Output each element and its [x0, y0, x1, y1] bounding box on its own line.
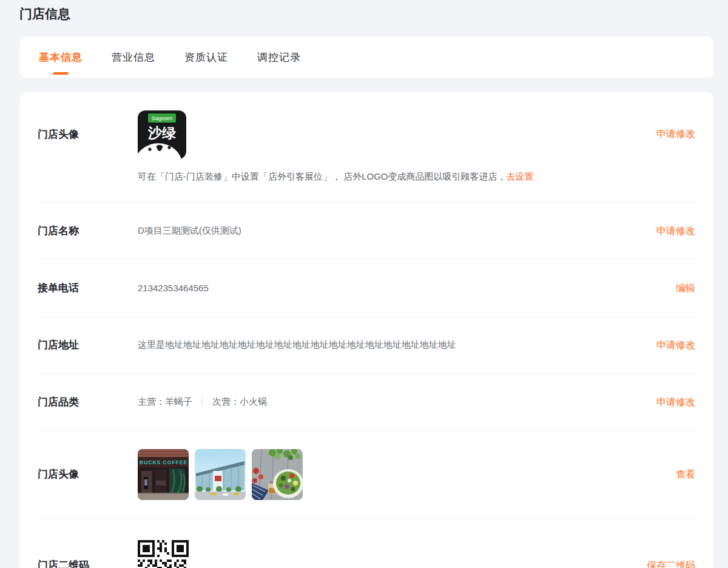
logo-brand-zh: 沙绿: [147, 125, 176, 141]
phone-edit-link[interactable]: 编辑: [676, 282, 695, 295]
basic-info-card: 门店头像 Sagreen 沙绿: [19, 92, 713, 568]
address-apply-modify-link[interactable]: 申请修改: [656, 339, 695, 352]
store-category-value: 主营：羊蝎子次营：小火锅: [138, 396, 642, 408]
shopping-mall-photo[interactable]: [195, 449, 246, 500]
store-logo-image: Sagreen 沙绿: [138, 110, 186, 159]
store-name-row: 门店名称 D项目三期测试(仅供测试) 申请修改: [38, 202, 695, 259]
tab-basic-info[interactable]: 基本信息: [39, 36, 83, 78]
store-qr-code-image: [138, 540, 189, 568]
secondary-category: 次营：小火锅: [212, 396, 267, 407]
category-apply-modify-link[interactable]: 申请修改: [656, 396, 695, 409]
store-address-label: 门店地址: [38, 338, 138, 353]
save-qrcode-link[interactable]: 保存二维码: [647, 559, 695, 568]
category-separator: [202, 397, 203, 406]
logo-brand-en: Sagreen: [152, 115, 172, 121]
tab-qualification[interactable]: 资质认证: [184, 36, 228, 78]
name-apply-modify-link[interactable]: 申请修改: [656, 225, 695, 238]
store-avatar-label: 门店头像: [38, 127, 138, 142]
store-qrcode-row: 门店二维码 保存二维码: [38, 518, 695, 568]
tab-regulation-log[interactable]: 调控记录: [257, 36, 301, 78]
avatar-apply-modify-link[interactable]: 申请修改: [656, 127, 695, 141]
store-photos-row: 门店头像 BUCKS COFFEE: [38, 430, 695, 518]
store-qrcode-label: 门店二维码: [38, 558, 138, 568]
order-phone-label: 接单电话: [38, 281, 138, 296]
primary-category: 主营：羊蝎子: [138, 396, 192, 407]
store-avatar-row: 门店头像 Sagreen 沙绿: [38, 92, 695, 202]
order-phone-value: 21342353464565: [138, 283, 661, 293]
page-title: 门店信息: [19, 5, 728, 22]
avatar-hint-text: 可在「门店-门店装修」中设置「店外引客展位」， 店外LOGO变成商品图以吸引顾客…: [138, 171, 507, 181]
salad-dish-photo[interactable]: [252, 449, 303, 500]
store-category-row: 门店品类 主营：羊蝎子次营：小火锅 申请修改: [38, 373, 695, 430]
starbucks-storefront-photo[interactable]: BUCKS COFFEE: [138, 449, 189, 500]
store-category-label: 门店品类: [38, 395, 138, 410]
go-setup-link[interactable]: 去设置: [507, 171, 534, 181]
store-qrcode-wrap: [138, 540, 632, 568]
photo-strip: BUCKS COFFEE: [138, 449, 676, 500]
store-photos-label: 门店头像: [38, 467, 138, 482]
store-address-value: 这里是地址地址地址地址地址地址地址地址地址地址地址地址地址地址地址地址: [138, 339, 642, 351]
order-phone-row: 接单电话 21342353464565 编辑: [38, 259, 695, 316]
photos-view-link[interactable]: 查看: [676, 468, 695, 481]
store-address-row: 门店地址 这里是地址地址地址地址地址地址地址地址地址地址地址地址地址地址地址地址…: [38, 316, 695, 373]
store-name-value: D项目三期测试(仅供测试): [138, 225, 642, 237]
store-name-label: 门店名称: [38, 224, 138, 238]
svg-text:BUCKS COFFEE: BUCKS COFFEE: [140, 459, 187, 465]
tab-bar: 基本信息 营业信息 资质认证 调控记录: [19, 36, 713, 78]
tab-business-info[interactable]: 营业信息: [112, 36, 155, 78]
